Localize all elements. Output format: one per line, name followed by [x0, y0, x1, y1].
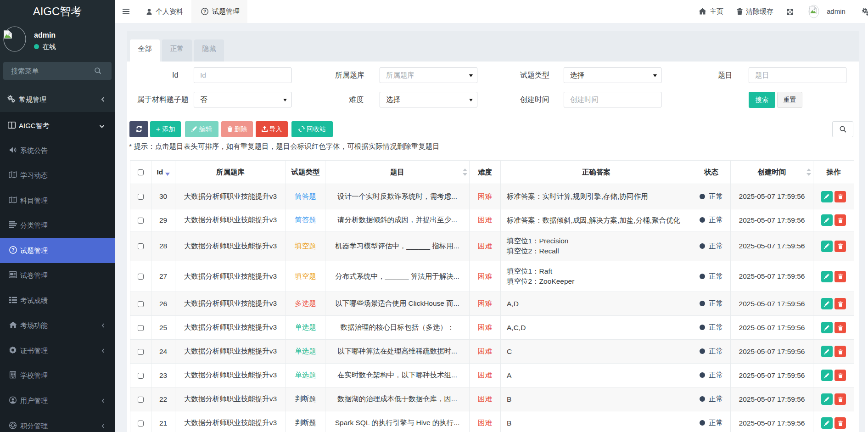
svg-text:?: ? [11, 247, 14, 252]
svg-text:?: ? [203, 9, 206, 14]
